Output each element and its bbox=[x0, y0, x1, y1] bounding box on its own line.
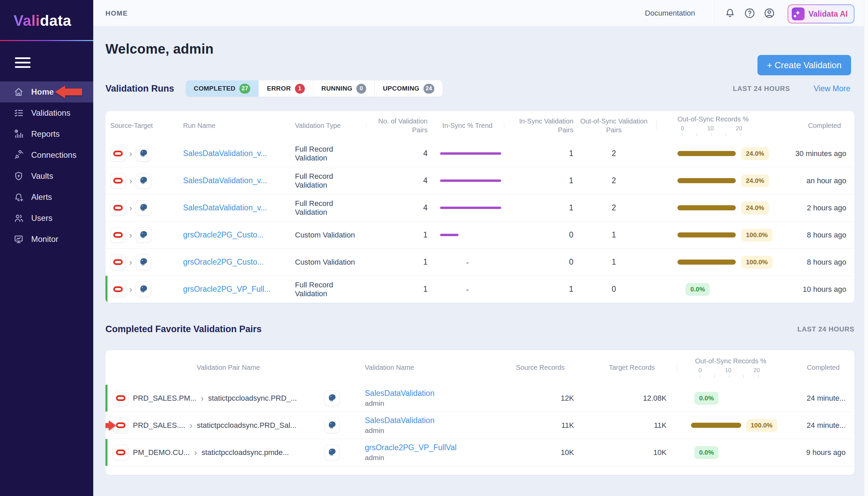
account-icon[interactable] bbox=[763, 7, 775, 19]
validation-pairs-count: 4 bbox=[367, 149, 431, 158]
in-sync-trend-sparkline: - bbox=[431, 207, 504, 209]
validation-run-row[interactable]: › grsOracle2PG_VP_Full... Full Record Va… bbox=[106, 276, 854, 303]
home-icon bbox=[14, 87, 24, 97]
completed-time: an hour ago bbox=[780, 176, 854, 185]
trend-line bbox=[440, 234, 459, 236]
view-more-link[interactable]: View More bbox=[814, 84, 850, 93]
validation-name-cell: grsOracle2PG_VP_FullVal admin bbox=[351, 443, 494, 462]
sidebar-item-vaults[interactable]: Vaults bbox=[0, 166, 93, 187]
favorite-pair-row[interactable]: PRD_SALES.... › statictpccloadsync.PRD_S… bbox=[106, 412, 854, 439]
tab-upcoming[interactable]: UPCOMING 24 bbox=[374, 80, 442, 97]
scrollbar[interactable] bbox=[864, 0, 868, 496]
bell-icon[interactable] bbox=[724, 7, 736, 19]
sidebar-item-validations[interactable]: Validations bbox=[0, 103, 93, 124]
out-of-sync-pairs-count: 2 bbox=[577, 203, 656, 212]
topbar-divider bbox=[714, 0, 715, 26]
oos-percent-badge: 0.0% bbox=[694, 392, 719, 405]
oracle-icon bbox=[113, 445, 129, 460]
vaults-icon bbox=[14, 171, 24, 181]
validation-run-row[interactable]: › grsOracle2PG_Custo... Custom Validatio… bbox=[106, 249, 854, 276]
source-records: 11K bbox=[494, 421, 587, 430]
postgresql-icon bbox=[324, 390, 340, 406]
favorites-table-header: Validation Pair Name Validation Name Sou… bbox=[106, 350, 854, 385]
completed-time: 24 minute... bbox=[792, 394, 854, 403]
tab-error[interactable]: ERROR 1 bbox=[258, 80, 313, 97]
source-target-cell: › bbox=[106, 254, 168, 270]
favorite-pair-row[interactable]: PM_DEMO.CU... › statictpccloadsync.pmde.… bbox=[106, 439, 854, 466]
run-name-link[interactable]: grsOracle2PG_Custo... bbox=[183, 258, 264, 266]
oos-records-cell: 100.0% bbox=[656, 256, 780, 269]
validation-type: Full Record Validation bbox=[280, 199, 367, 217]
oos-records-cell: 24.0% bbox=[656, 147, 780, 160]
oos-percent-badge: 100.0% bbox=[746, 419, 777, 432]
chevron-right-icon: › bbox=[129, 204, 132, 212]
sidebar-item-monitor[interactable]: Monitor bbox=[0, 229, 93, 250]
pair-source-name: PM_DEMO.CU... bbox=[133, 448, 190, 457]
runs-period-label: LAST 24 HOURS bbox=[733, 85, 790, 93]
help-icon[interactable] bbox=[744, 7, 755, 19]
sidebar-item-users[interactable]: Users bbox=[0, 207, 93, 229]
oracle-icon bbox=[110, 173, 126, 189]
validation-runs-tabs: COMPLETED 27 ERROR 1 RUNNING 0 UPCOMING … bbox=[186, 80, 443, 97]
red-arrow-home-annotation bbox=[55, 86, 83, 98]
validation-run-row[interactable]: › SalesDataValidation_v... Full Record V… bbox=[106, 167, 854, 195]
run-name-link[interactable]: grsOracle2PG_VP_Full... bbox=[183, 285, 271, 293]
target-records: 12.08K bbox=[587, 394, 677, 403]
oos-percent-badge: 24.0% bbox=[741, 147, 769, 160]
validation-run-row[interactable]: › SalesDataValidation_v... Full Record V… bbox=[106, 140, 854, 167]
source-target-cell: › bbox=[106, 282, 168, 297]
chevron-right-icon: › bbox=[129, 285, 132, 294]
run-name-link[interactable]: SalesDataValidation_v... bbox=[183, 149, 267, 158]
running-count-badge: 0 bbox=[356, 84, 366, 94]
favorite-pair-row[interactable]: PRD_SALES.PM... › statictpccloadsync.PRD… bbox=[106, 385, 854, 412]
run-name-link[interactable]: SalesDataValidation_v... bbox=[183, 176, 267, 185]
hamburger-menu-icon[interactable] bbox=[15, 57, 31, 68]
pair-target-name: statictpccloadsync.PRD_... bbox=[208, 394, 297, 403]
create-validation-button[interactable]: + Create Validation bbox=[757, 55, 851, 75]
in-sync-pairs-count: 0 bbox=[504, 230, 577, 239]
validata-ai-button[interactable]: Validata AI bbox=[788, 4, 854, 24]
main-area: HOME Documentation Validata AI Welcome, … bbox=[93, 0, 868, 496]
validation-name-cell: SalesDataValidation admin bbox=[351, 389, 494, 407]
validation-name-link[interactable]: SalesDataValidation bbox=[365, 389, 434, 398]
sidebar-item-connections[interactable]: Connections bbox=[0, 144, 93, 166]
validation-name-link[interactable]: SalesDataValidation bbox=[365, 416, 434, 425]
out-of-sync-pairs-count: 0 bbox=[577, 285, 656, 294]
monitor-icon bbox=[14, 234, 24, 244]
out-of-sync-pairs-count: 1 bbox=[577, 230, 656, 239]
tab-completed[interactable]: COMPLETED 27 bbox=[186, 80, 259, 97]
favorites-table: Validation Pair Name Validation Name Sou… bbox=[106, 350, 854, 475]
trend-line bbox=[440, 152, 501, 155]
validation-run-row[interactable]: › SalesDataValidation_v... Full Record V… bbox=[106, 195, 854, 221]
favorites-period-label: LAST 24 HOURS bbox=[798, 325, 854, 333]
sidebar-item-reports[interactable]: Reports bbox=[0, 124, 93, 144]
pair-source-name: PRD_SALES.... bbox=[133, 421, 185, 430]
owner-name: admin bbox=[365, 427, 494, 435]
completed-time: 8 hours ago bbox=[780, 258, 854, 267]
oracle-icon bbox=[110, 282, 126, 297]
trend-line bbox=[440, 180, 501, 182]
content: Welcome, admin + Create Validation Valid… bbox=[93, 41, 868, 475]
in-sync-pairs-count: 0 bbox=[504, 258, 577, 267]
oos-percent-badge: 0.0% bbox=[694, 446, 719, 459]
validation-runs-table: Source-Target Run Name Validation Type N… bbox=[106, 111, 854, 303]
favorites-table-body: PRD_SALES.PM... › statictpccloadsync.PRD… bbox=[106, 385, 854, 466]
tab-running[interactable]: RUNNING 0 bbox=[313, 80, 374, 97]
validation-type: Full Record Validation bbox=[280, 281, 367, 298]
chevron-right-icon: › bbox=[194, 448, 197, 457]
documentation-link[interactable]: Documentation bbox=[645, 9, 695, 18]
pair-target-name: statictpccloadsync.PRD_Sal... bbox=[197, 421, 296, 430]
postgresql-icon bbox=[324, 445, 340, 460]
source-target-cell: › bbox=[106, 227, 168, 243]
oos-percent-badge: 0.0% bbox=[686, 283, 710, 296]
sidebar-item-alerts[interactable]: Alerts bbox=[0, 187, 93, 207]
run-name-link[interactable]: grsOracle2PG_Custo... bbox=[183, 230, 264, 239]
completed-count-badge: 27 bbox=[239, 84, 250, 94]
in-sync-trend-sparkline: - bbox=[431, 285, 504, 294]
validation-name-link[interactable]: grsOracle2PG_VP_FullVal bbox=[365, 443, 457, 452]
breadcrumb: HOME bbox=[106, 10, 128, 17]
validation-run-row[interactable]: › grsOracle2PG_Custo... Custom Validatio… bbox=[106, 221, 854, 249]
oos-records-cell: 0.0% bbox=[656, 283, 780, 296]
postgresql-icon bbox=[135, 227, 151, 243]
run-name-link[interactable]: SalesDataValidation_v... bbox=[183, 203, 267, 212]
